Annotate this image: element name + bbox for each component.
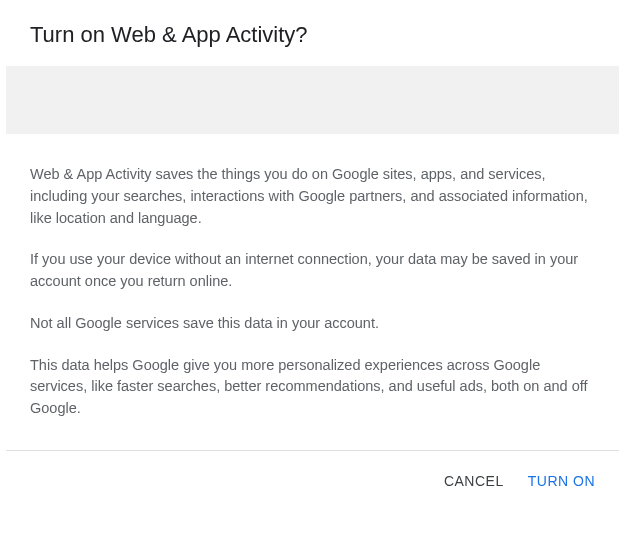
dialog-body: Web & App Activity saves the things you … xyxy=(0,134,625,450)
cancel-button[interactable]: CANCEL xyxy=(444,469,504,493)
body-paragraph: Not all Google services save this data i… xyxy=(30,313,595,335)
turn-on-button[interactable]: TURN ON xyxy=(528,469,595,493)
consent-dialog: Turn on Web & App Activity? Web & App Ac… xyxy=(0,0,625,545)
dialog-actions: CANCEL TURN ON xyxy=(0,451,625,493)
body-paragraph: This data helps Google give you more per… xyxy=(30,355,595,420)
body-paragraph: Web & App Activity saves the things you … xyxy=(30,164,595,229)
illustration-placeholder xyxy=(6,66,619,134)
body-paragraph: If you use your device without an intern… xyxy=(30,249,595,293)
dialog-title: Turn on Web & App Activity? xyxy=(0,0,625,66)
